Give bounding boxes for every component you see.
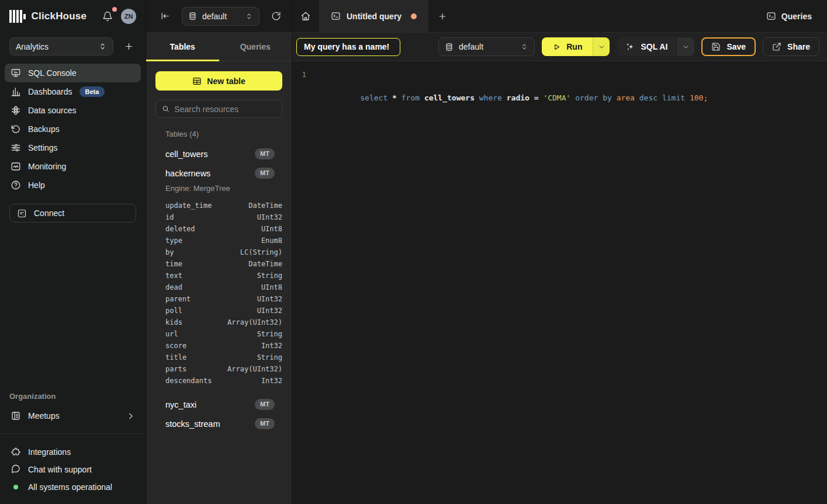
column-row[interactable]: parts Array(UInt32) bbox=[146, 363, 292, 375]
sql-editor[interactable]: 1 select * from cell_towers where radio … bbox=[292, 61, 827, 504]
notification-dot bbox=[112, 7, 117, 12]
table-row-cell-towers[interactable]: cell_towers MT bbox=[146, 144, 292, 164]
mergetree-badge: MT bbox=[255, 399, 275, 410]
table-row-nyc-taxi[interactable]: nyc_taxi MT bbox=[146, 395, 292, 414]
add-workspace-button[interactable] bbox=[122, 39, 136, 54]
hackernews-columns: update_time DateTime id UInt32 deleted bbox=[146, 197, 292, 390]
sidebar-item-chat-support[interactable]: Chat with support bbox=[0, 461, 146, 478]
play-icon bbox=[552, 43, 561, 51]
clickhouse-logo[interactable]: ClickHouse bbox=[9, 10, 86, 23]
column-row[interactable]: time DateTime bbox=[146, 258, 292, 270]
collapse-panel-button[interactable] bbox=[158, 9, 172, 23]
column-row[interactable]: descendants Int32 bbox=[146, 375, 292, 387]
sidebar-item-label: Monitoring bbox=[28, 162, 66, 171]
tab-untitled-query[interactable]: Untitled query bbox=[319, 0, 429, 32]
table-row-stocks-stream[interactable]: stocks_stream MT bbox=[146, 414, 292, 433]
sidebar: ClickHouse ZN Analytics SQL Con bbox=[0, 0, 146, 504]
column-row[interactable]: dead UInt8 bbox=[146, 281, 292, 293]
sidebar-footer: Integrations Chat with support All syste… bbox=[0, 434, 146, 504]
column-row[interactable]: score Int32 bbox=[146, 340, 292, 352]
app-root: ClickHouse ZN Analytics SQL Con bbox=[0, 0, 827, 504]
run-button[interactable]: Run bbox=[542, 37, 593, 56]
table-name: stocks_stream bbox=[165, 419, 220, 429]
mergetree-badge: MT bbox=[255, 148, 275, 159]
sidebar-item-meetups[interactable]: Meetups bbox=[0, 406, 146, 425]
save-button[interactable]: Save bbox=[701, 37, 756, 56]
share-label: Share bbox=[787, 42, 810, 51]
organization-section-label: Organization bbox=[0, 387, 146, 406]
search-input[interactable] bbox=[174, 105, 276, 114]
sidebar-item-dashboards[interactable]: Dashboards Beta bbox=[5, 82, 141, 101]
avatar[interactable]: ZN bbox=[121, 9, 136, 24]
sidebar-item-sql-console[interactable]: SQL Console bbox=[5, 64, 141, 82]
queries-button-label: Queries bbox=[781, 12, 812, 21]
column-row[interactable]: type Enum8 bbox=[146, 235, 292, 246]
column-row[interactable]: text String bbox=[146, 270, 292, 281]
sql-ai-options-button[interactable] bbox=[676, 37, 694, 56]
sidebar-item-monitoring[interactable]: Monitoring bbox=[5, 157, 141, 176]
column-name: parent bbox=[165, 295, 191, 303]
sparkles-icon bbox=[625, 42, 635, 51]
sidebar-item-help[interactable]: Help bbox=[5, 176, 141, 194]
puzzle-icon bbox=[11, 447, 21, 457]
column-name: poll bbox=[165, 307, 182, 315]
table-engine-label: Engine: MergeTree bbox=[146, 183, 292, 197]
share-button[interactable]: Share bbox=[763, 37, 819, 56]
refresh-button[interactable] bbox=[269, 9, 283, 23]
column-row[interactable]: id UInt32 bbox=[146, 211, 292, 223]
column-row[interactable]: by LC(String) bbox=[146, 246, 292, 258]
system-status-row[interactable]: All systems operational bbox=[0, 478, 146, 496]
column-name: text bbox=[165, 272, 182, 280]
tab-queries[interactable]: Queries bbox=[219, 33, 292, 61]
table-row-hackernews[interactable]: hackernews MT bbox=[146, 164, 292, 183]
workspace-select[interactable]: Analytics bbox=[9, 37, 113, 55]
query-toolbar: default Run bbox=[292, 33, 827, 61]
column-row[interactable]: update_time DateTime bbox=[146, 200, 292, 211]
status-green-dot-icon bbox=[13, 485, 18, 489]
system-status-label: All systems operational bbox=[28, 482, 112, 492]
column-name: type bbox=[165, 237, 182, 245]
line-number: 1 bbox=[292, 69, 314, 504]
sidebar-item-backups[interactable]: Backups bbox=[5, 120, 141, 138]
sql-token: from bbox=[402, 93, 424, 102]
bar-chart-icon bbox=[11, 86, 21, 97]
run-options-button[interactable] bbox=[593, 37, 610, 56]
sql-ai-button[interactable]: SQL AI bbox=[617, 37, 676, 56]
search-icon bbox=[162, 105, 169, 113]
sql-token: 'CDMA' bbox=[543, 93, 575, 102]
database-selected-label: default bbox=[202, 12, 227, 21]
sql-token: order bbox=[575, 93, 603, 102]
tab-tables[interactable]: Tables bbox=[146, 33, 219, 61]
column-name: update_time bbox=[165, 201, 212, 210]
column-type: LC(String) bbox=[240, 248, 282, 256]
workspace-selected-label: Analytics bbox=[16, 42, 49, 51]
new-tab-button[interactable] bbox=[429, 0, 456, 32]
query-name-input[interactable] bbox=[296, 38, 400, 56]
sql-token: area bbox=[617, 93, 639, 102]
sidebar-item-label: Meetups bbox=[28, 411, 60, 420]
column-row[interactable]: title String bbox=[146, 352, 292, 363]
help-circle-icon bbox=[11, 180, 21, 190]
column-row[interactable]: deleted UInt8 bbox=[146, 223, 292, 235]
toolbar-database-select[interactable]: default bbox=[438, 37, 535, 56]
content-row: Tables Queries New table Tables (4) cell… bbox=[146, 33, 827, 504]
sidebar-item-label: Settings bbox=[28, 143, 58, 152]
home-button[interactable] bbox=[292, 0, 319, 32]
column-row[interactable]: kids Array(UInt32) bbox=[146, 317, 292, 328]
share-external-icon bbox=[772, 42, 781, 51]
column-row[interactable]: url String bbox=[146, 328, 292, 340]
column-name: score bbox=[165, 342, 186, 350]
column-row[interactable]: parent UInt32 bbox=[146, 293, 292, 305]
sql-token: by bbox=[603, 93, 616, 102]
right-region: default Untitled query bbox=[146, 0, 827, 504]
connect-button[interactable]: Connect bbox=[9, 204, 136, 223]
queries-button[interactable]: Queries bbox=[751, 0, 827, 32]
column-row[interactable]: poll UInt32 bbox=[146, 305, 292, 317]
refresh-icon bbox=[271, 11, 281, 21]
notifications-bell-icon[interactable] bbox=[100, 9, 115, 24]
sidebar-item-data-sources[interactable]: Data sources bbox=[5, 101, 141, 120]
sidebar-item-settings[interactable]: Settings bbox=[5, 138, 141, 157]
topbar-database-select[interactable]: default bbox=[182, 7, 259, 26]
sidebar-item-integrations[interactable]: Integrations bbox=[0, 443, 146, 461]
new-table-button[interactable]: New table bbox=[155, 71, 282, 91]
